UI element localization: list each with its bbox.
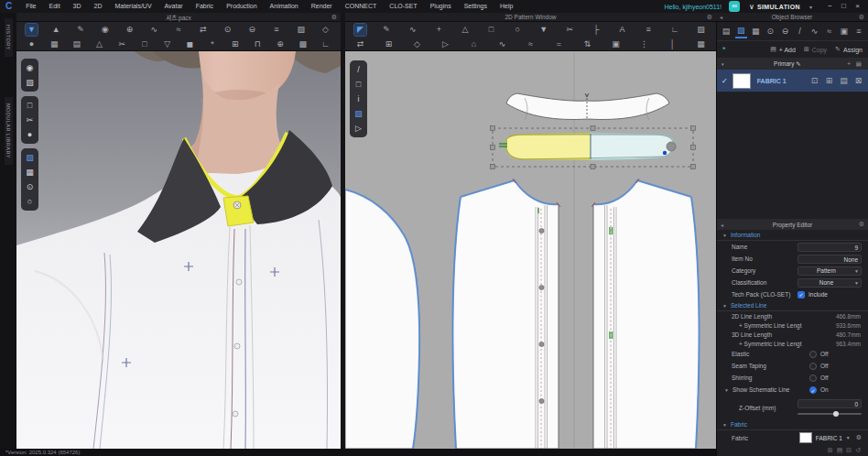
selected-point[interactable] (663, 151, 667, 155)
fit-map-icon[interactable]: △ (93, 38, 105, 50)
section-collapse-icon[interactable]: ▼ (722, 233, 727, 238)
fabric-dropdown-caret-icon[interactable]: ▼ (846, 435, 851, 440)
menu-3d[interactable]: 3D (67, 0, 88, 13)
name-input[interactable]: 9 (797, 243, 862, 252)
z-offset-input[interactable]: 0 (797, 399, 862, 408)
baseline-icon[interactable]: │ (667, 38, 678, 50)
assign-button[interactable]: ✎Assign (835, 46, 863, 53)
fabric-field-swatch[interactable] (799, 432, 812, 443)
pen-3d-icon[interactable]: ✎ (75, 24, 87, 36)
circle-icon[interactable]: ○ (512, 24, 524, 36)
graphic-tab-icon[interactable]: ▦ (750, 26, 762, 38)
sync-icon[interactable]: * (722, 45, 726, 54)
scissors-icon[interactable]: ✂ (116, 38, 128, 50)
buttonhole-icon[interactable]: ⊖ (246, 24, 258, 36)
collar-band-front[interactable] (223, 196, 254, 226)
clo-set-icon[interactable]: ∞ (729, 1, 740, 12)
garment-icon[interactable]: □ (138, 38, 150, 50)
menu-settings[interactable]: Settings (458, 0, 494, 13)
category-dropdown[interactable]: Pattern▼ (797, 266, 862, 276)
property-editor-collapse-icon[interactable]: ◂ (721, 222, 723, 228)
menu-2d[interactable]: 2D (88, 0, 109, 13)
3d-canvas[interactable] (16, 51, 341, 449)
free-sewing-2d-icon[interactable]: ≈ (525, 38, 537, 50)
section-information[interactable]: ▼ Information (717, 230, 868, 241)
add-button[interactable]: ▤+ Add (770, 46, 796, 53)
edit-curvature-icon[interactable]: ∿ (407, 24, 418, 36)
fabric-menu-icon[interactable]: ⊠ (852, 75, 864, 87)
fabric-group-header[interactable]: ▾ Primary ✎ + ▤ (717, 58, 868, 70)
texture-editor-icon[interactable]: ▨ (695, 24, 707, 36)
simulate-icon[interactable]: ▼ (26, 24, 38, 36)
sewing-segment-icon[interactable]: ∿ (148, 24, 160, 36)
freeze-icon[interactable]: * (207, 38, 219, 50)
fabric-field-value[interactable]: FABRIC 1 (816, 435, 842, 441)
window-minimize-button[interactable]: − (823, 0, 837, 13)
show-trims-icon[interactable]: ✂ (23, 114, 37, 126)
style-line-icon[interactable]: ▧ (23, 76, 37, 89)
polygon-icon[interactable]: △ (459, 24, 471, 36)
menu-render[interactable]: Render (305, 0, 339, 13)
select-move-3d-icon[interactable]: ▲ (50, 24, 62, 36)
add-point-icon[interactable]: + (433, 24, 445, 36)
tab-history[interactable]: HISTORY (5, 18, 13, 57)
item-no-input[interactable]: None (797, 255, 862, 264)
measure-tab-icon[interactable]: ≡ (852, 26, 864, 38)
seam-allowance-icon[interactable]: ▣ (610, 38, 622, 50)
iron-icon[interactable]: ⌂ (468, 38, 480, 50)
group-add-folder-icons[interactable]: + ▤ (847, 60, 863, 68)
cut-sew-icon[interactable]: ✂ (564, 24, 576, 36)
section-collapse-icon[interactable]: ▼ (722, 422, 727, 428)
window-maximize-button[interactable]: □ (837, 0, 851, 13)
group-edit-icon[interactable]: ✎ (796, 60, 800, 67)
collar-band-left-half[interactable] (506, 134, 591, 159)
fabric-swatch[interactable] (732, 73, 751, 89)
fabric-properties-icon[interactable]: ⊡ (808, 75, 820, 87)
fabric-tab-icon[interactable]: ▨ (735, 25, 747, 38)
grid-icon[interactable]: ▩ (297, 38, 309, 50)
window-close-button[interactable]: × (851, 0, 864, 13)
topstitch-tab-icon[interactable]: / (794, 26, 806, 38)
trim-tab-icon[interactable]: ▣ (838, 26, 850, 38)
pattern-window-gear-icon[interactable]: ⚙ (707, 13, 712, 22)
seam-taping-toggle[interactable] (809, 363, 817, 370)
rectangle-icon[interactable]: □ (485, 24, 497, 36)
solidify-icon[interactable]: ◼ (184, 38, 196, 50)
mesh-icon[interactable]: ⊞ (229, 38, 241, 50)
segment-sewing-2d-icon[interactable]: ∿ (496, 38, 508, 50)
menu-clo-set[interactable]: CLO-SET (383, 0, 423, 13)
menu-materials-uv[interactable]: Materials/UV (108, 0, 157, 13)
viewport-2d-pattern[interactable]: /□i▨▷ (345, 51, 716, 449)
swap-sewing-icon[interactable]: ⇅ (581, 38, 593, 50)
fabric-duplicate-icon[interactable]: ⊞ (823, 75, 835, 87)
menu-help[interactable]: Help (494, 0, 519, 13)
show-sewing-icon[interactable]: = (553, 38, 565, 50)
fabric-selected-check-icon[interactable]: ✓ (722, 77, 728, 85)
notch-icon[interactable]: ├ (590, 24, 602, 36)
fabric-item-label[interactable]: FABRIC 1 (757, 78, 787, 84)
pin-display-icon[interactable]: ⊙ (23, 180, 37, 193)
avatar-display-icon[interactable]: ● (26, 38, 38, 50)
fabric-settings-gear-icon[interactable]: ⚙ (856, 434, 862, 441)
scene-gear-icon[interactable]: ⚙ (331, 13, 337, 22)
measure-2d-icon[interactable]: ∟ (668, 24, 680, 36)
tab-modular-library[interactable]: MODULAR LIBRARY (5, 97, 13, 165)
fabric-list-item[interactable]: ✓ FABRIC 1 ⊡⊞▤⊠ (717, 70, 868, 92)
pin-icon[interactable]: ◉ (99, 24, 111, 36)
viewport-3d[interactable]: ◉▧ □✂● ▨▦⊙○ (16, 51, 341, 449)
preset-icon[interactable]: ⊞ (828, 447, 833, 454)
measure-3d-icon[interactable]: ∟ (320, 38, 331, 50)
edit-pattern-icon[interactable]: ✎ (381, 24, 393, 36)
show-schematic-line-toggle[interactable]: ✓ (809, 386, 817, 394)
gizmo-toggle-icon[interactable]: ◉ (23, 61, 37, 74)
sewing-free-icon[interactable]: ≈ (173, 24, 185, 36)
gizmo-icon[interactable]: ⊕ (275, 38, 287, 50)
simulation-caret-icon[interactable]: ▾ (809, 4, 812, 10)
show-pattern-icon[interactable]: □ (352, 78, 365, 91)
reset-2d-layout-icon[interactable]: ▷ (352, 122, 365, 135)
collar-band-right-half[interactable] (591, 134, 674, 159)
copy-pattern-icon[interactable]: ⊞ (383, 38, 395, 50)
reset-icon[interactable]: ↺ (855, 447, 861, 454)
object-browser-gear-icon[interactable]: ⚙ (859, 13, 864, 22)
simulation-mode-button[interactable]: SIMULATION (757, 4, 800, 10)
